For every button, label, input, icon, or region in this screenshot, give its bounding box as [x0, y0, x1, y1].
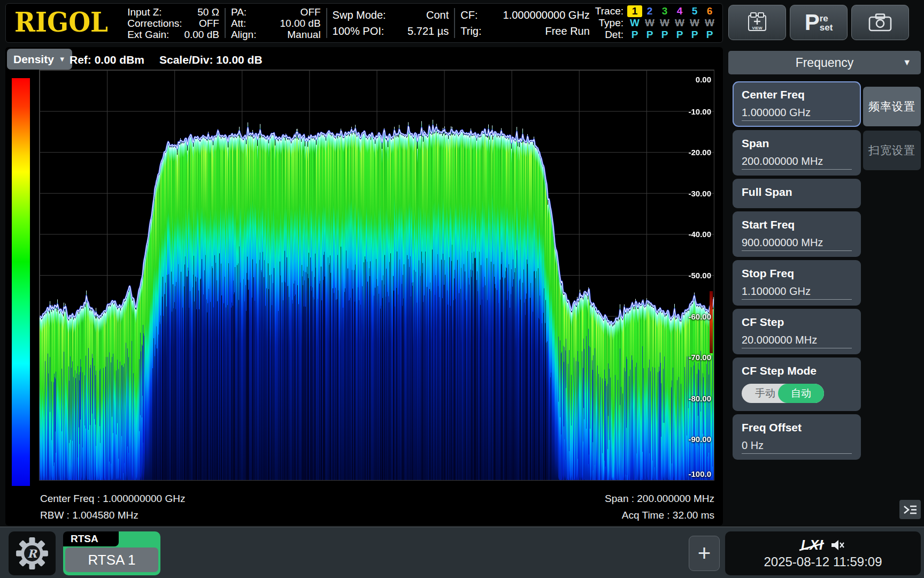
menu-item-label: CF Step [742, 316, 852, 329]
system-gear-button[interactable]: R [9, 531, 56, 575]
menu-item-cf-step[interactable]: CF Step 20.000000 MHz [733, 309, 861, 354]
trace-row-label: Det: [595, 29, 627, 41]
display-mode-dropdown[interactable]: Density ▼ [7, 49, 72, 70]
footer-acq-time: Acq Time : 32.00 ms [622, 509, 714, 521]
multi-view-button[interactable]: VIEW [728, 5, 786, 40]
param-label: Swp Mode: [333, 7, 386, 23]
scale-per-div-readout: Scale/Div: 10.00 dB [159, 54, 263, 66]
preset-icon: P re set [805, 12, 833, 33]
mode-tab-name: RTSA 1 [65, 547, 158, 572]
param-label: CF: [460, 7, 478, 23]
chevron-down-icon: ▼ [59, 55, 66, 63]
trace-detector: P [687, 29, 702, 41]
tab-span-settings[interactable]: 扫宽设置 [863, 131, 921, 170]
param-group-amplitude: PA:OFF Att:10.00 dB Align:Manual [226, 4, 326, 42]
y-axis-label: -10.00 [688, 107, 711, 116]
preset-re: re [820, 14, 833, 23]
tab-frequency-settings[interactable]: 频率设置 [863, 87, 921, 126]
menu-item-value: 20.000000 MHz [742, 334, 852, 348]
menu-item-center-freq[interactable]: Center Freq 1.000000 GHz [733, 81, 861, 127]
menu-item-label: CF Step Mode [742, 364, 852, 377]
screenshot-button[interactable] [851, 5, 909, 40]
footer-center-freq: Center Freq : 1.000000000 GHz [40, 493, 185, 505]
menu-item-freq-offset[interactable]: Freq Offset 0 Hz [733, 414, 861, 460]
trace-number: 5 [687, 5, 702, 17]
ref-level-readout: Ref: 0.00 dBm [70, 54, 144, 66]
param-label: PA: [231, 6, 247, 18]
menu-item-label: Stop Freq [742, 267, 852, 280]
chevron-down-icon: ▼ [903, 58, 911, 67]
param-group-cf-trig: CF:1.000000000 GHz Trig:Free Run [455, 4, 595, 42]
trace-status-matrix[interactable]: Trace: 1 2 3 4 5 6 Type: W W W W W W Det… [595, 5, 717, 41]
mode-group-label: RTSA [63, 531, 119, 546]
density-color-legend [12, 78, 30, 486]
y-axis-label: -50.00 [688, 271, 711, 280]
param-value: 5.721 µs [401, 23, 449, 39]
trace-row-label: Type: [595, 17, 627, 29]
rtsa-mode-tab[interactable]: RTSA RTSA 1 [63, 531, 160, 575]
trace-number: 4 [672, 5, 687, 17]
menu-item-label: Full Span [742, 186, 852, 199]
instrument-screen: RIGOL Input Z:50 Ω Corrections:OFF Ext G… [0, 0, 924, 578]
param-value: 1.000000000 GHz [497, 7, 590, 23]
menu-collapse-button[interactable] [899, 500, 921, 519]
system-status-box: LXI 2025-08-12 11:59:09 [725, 531, 921, 575]
param-label: Input Z: [127, 6, 161, 18]
trace-detector: P [642, 29, 657, 41]
y-axis-label: -40.00 [688, 230, 711, 239]
y-axis-label: -80.00 [688, 393, 711, 402]
menu-item-start-freq[interactable]: Start Freq 900.000000 MHz [733, 211, 861, 257]
trace-type: W [627, 17, 642, 29]
param-value: 10.00 dB [274, 18, 321, 29]
tab-label: 扫宽设置 [868, 143, 915, 158]
menu-item-cf-step-mode[interactable]: CF Step Mode 手动 自动 [733, 358, 861, 411]
trace-number: 2 [642, 5, 657, 17]
collapse-menu-icon [903, 504, 918, 515]
trace-type: W [672, 17, 687, 29]
trace-number: 3 [657, 5, 672, 17]
trace-row-label: Trace: [595, 5, 627, 17]
menu-item-label: Span [742, 137, 852, 150]
y-axis-label: -90.00 [688, 435, 711, 444]
y-axis-label: -20.00 [688, 148, 711, 157]
menu-item-full-span[interactable]: Full Span [733, 179, 861, 208]
menu-title-dropdown[interactable]: Frequency ▼ [728, 51, 921, 74]
trace-detector: P [657, 29, 672, 41]
param-value: Manual [281, 29, 320, 40]
param-value: OFF [192, 18, 219, 29]
y-axis-label: -70.00 [688, 353, 711, 362]
display-mode-label: Density [13, 53, 54, 66]
param-label: Ext Gain: [127, 29, 169, 40]
menu-item-value: 1.000000 GHz [742, 107, 852, 121]
param-value: OFF [294, 6, 321, 18]
date-time: 2025-08-12 11:59:09 [764, 554, 882, 569]
y-axis-label: 0.00 [696, 75, 711, 84]
preset-set: set [820, 23, 833, 32]
param-group-input: Input Z:50 Ω Corrections:OFF Ext Gain:0.… [122, 4, 225, 42]
lxi-logo: LXI [801, 537, 823, 553]
preset-button[interactable]: P re set [790, 5, 848, 40]
rigol-logo: RIGOL [6, 6, 122, 40]
graticule: 0.00 -10.00 -20.00 -30.00 -40.00 -50.00 … [39, 70, 714, 481]
frequency-menu: Center Freq 1.000000 GHz Span 200.000000… [733, 81, 861, 463]
density-edge-artifact [710, 291, 713, 353]
param-label: Align: [231, 29, 257, 40]
svg-text:VIEW: VIEW [752, 26, 763, 31]
preset-p: P [805, 12, 820, 33]
menu-item-stop-freq[interactable]: Stop Freq 1.100000 GHz [733, 260, 861, 306]
tab-label: 频率设置 [868, 99, 915, 114]
menu-item-value: 1.100000 GHz [742, 285, 852, 300]
toggle-option-auto[interactable]: 自动 [778, 384, 824, 403]
trace-detector: P [672, 29, 687, 41]
menu-item-value: 0 Hz [742, 439, 852, 454]
trace-number: 6 [702, 5, 717, 17]
param-value: 50 Ω [191, 6, 219, 18]
trace-detector: P [627, 29, 642, 41]
trace-number: 1 [627, 5, 642, 17]
cf-step-mode-toggle[interactable]: 手动 自动 [742, 384, 824, 403]
trace-type: W [687, 17, 702, 29]
menu-item-span[interactable]: Span 200.000000 MHz [733, 130, 861, 176]
rigol-gear-icon: R [16, 537, 49, 570]
add-mode-button[interactable]: + [689, 536, 720, 571]
param-label: Trig: [460, 23, 481, 39]
